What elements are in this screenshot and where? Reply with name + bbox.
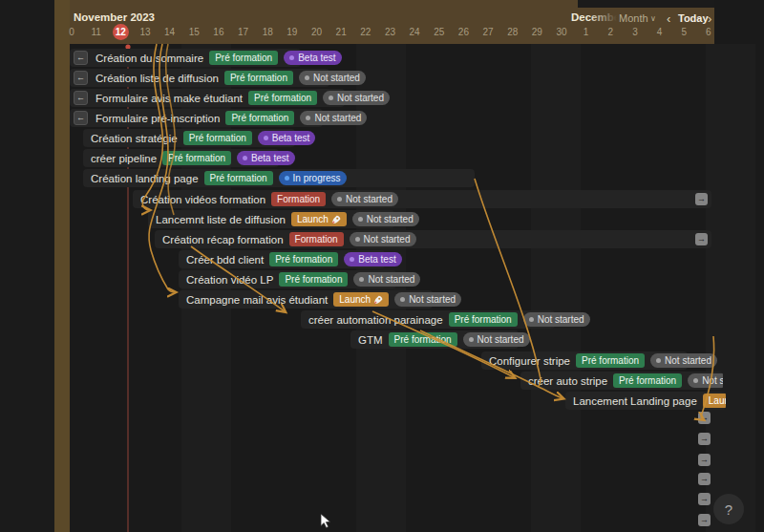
tag-pill: Pré formation: [209, 51, 278, 65]
status-dot-icon: [529, 317, 534, 322]
status-badge: Not started: [299, 71, 366, 85]
tag-pill: Launch: [291, 212, 347, 226]
timeline-view: November 2023 December Month ∨ ‹ Today ›…: [0, 0, 764, 532]
status-dot-icon: [358, 217, 363, 222]
status-dot-icon: [469, 337, 474, 342]
timeline-bar[interactable]: créer automation parainagePré formationN…: [301, 310, 555, 329]
status-dot-icon: [289, 55, 294, 60]
timeline-bar[interactable]: Création vidéo LPPré formationNot starte…: [179, 270, 396, 288]
timeline-bar[interactable]: GTMPré formationNot started: [350, 330, 519, 349]
timeline-bar[interactable]: créer pipelinePré formationBeta test: [83, 149, 279, 167]
timeline-bar[interactable]: ←Formulaire avis make étudiantPré format…: [70, 89, 345, 107]
status-badge: Not started: [394, 292, 461, 307]
tag-pill: Pré formation: [183, 131, 252, 145]
task-label: Configurer stripe: [489, 355, 570, 367]
task-label: Création du sommaire: [96, 53, 203, 64]
status-badge: Beta test: [258, 131, 315, 145]
task-label: Créer bdd client: [186, 254, 264, 266]
status-badge: Beta test: [284, 51, 341, 65]
scroll-left-icon[interactable]: ←: [74, 91, 88, 105]
status-badge: Not started: [650, 353, 717, 368]
task-label: Formulaire pré-inscription: [96, 113, 220, 124]
tag-pill: Pré formation: [162, 151, 231, 165]
tag-pill: Pré formation: [389, 332, 457, 347]
tag-pill: Pré formation: [225, 111, 294, 125]
status-dot-icon: [329, 96, 333, 100]
status-dot-icon: [305, 75, 309, 80]
task-label: Création stratégie: [91, 133, 178, 144]
overflow-arrow-button[interactable]: →: [698, 493, 711, 505]
status-badge: Not started: [352, 212, 419, 226]
task-label: Création liste de diffusion: [96, 73, 219, 84]
overflow-arrow-button[interactable]: →: [698, 412, 711, 424]
timeline-bar[interactable]: Création vidéos formationFormationNot st…: [133, 190, 711, 208]
mouse-cursor: [320, 513, 333, 530]
task-label: Lancemnt liste de diffusion: [156, 214, 286, 225]
timeline-bar[interactable]: Campagne mail avis étudiantLaunchNot sta…: [179, 290, 433, 309]
task-label: GTM: [358, 334, 383, 346]
scroll-left-icon[interactable]: ←: [74, 111, 88, 125]
tag-pill: Pré formation: [576, 353, 645, 368]
timeline-bar[interactable]: Création landing pagePré formationIn pro…: [83, 169, 475, 187]
task-label: Création vidéos formation: [140, 194, 265, 205]
task-label: créer automation parainage: [308, 314, 443, 326]
task-label: Création vidéo LP: [186, 274, 273, 286]
overflow-arrow-button[interactable]: →: [698, 433, 711, 445]
status-dot-icon: [337, 197, 342, 202]
status-dot-icon: [264, 136, 268, 140]
overflow-arrow-button[interactable]: →: [698, 473, 711, 485]
tag-pill: Formation: [289, 232, 344, 246]
status-dot-icon: [306, 116, 310, 120]
task-label: Création récap formation: [162, 234, 284, 245]
status-badge: Not started: [688, 373, 723, 388]
status-dot-icon: [656, 358, 661, 363]
task-label: Lancement Landing page: [573, 395, 697, 407]
status-dot-icon: [693, 378, 698, 383]
scroll-left-icon[interactable]: ←: [74, 71, 88, 85]
scroll-left-icon[interactable]: ←: [74, 51, 88, 65]
task-label: Campagne mail avis étudiant: [186, 294, 328, 306]
timeline-bar[interactable]: Création récap formationFormationNot sta…: [155, 230, 711, 248]
task-label: créer pipeline: [91, 153, 157, 164]
status-dot-icon: [355, 237, 360, 242]
tag-pill: Pré formation: [224, 71, 293, 85]
status-badge: Not started: [463, 332, 530, 347]
overflow-arrow-button[interactable]: →: [698, 514, 711, 526]
tag-pill: Pré formation: [269, 252, 338, 266]
timeline-bar[interactable]: ←Formulaire pré-inscriptionPré formation…: [70, 109, 323, 127]
help-button[interactable]: ?: [713, 494, 744, 524]
status-badge: Not started: [300, 111, 367, 125]
tag-pill: Pré formation: [449, 312, 518, 327]
status-dot-icon: [243, 156, 247, 160]
status-dot-icon: [285, 176, 289, 181]
status-badge: Not started: [523, 312, 590, 327]
tag-pill: Formation: [271, 192, 326, 206]
status-badge: Not started: [323, 91, 390, 105]
tag-pill: Pré formation: [248, 91, 317, 105]
open-arrow-icon[interactable]: →: [695, 233, 708, 245]
open-arrow-icon[interactable]: →: [695, 193, 708, 205]
timeline-bar[interactable]: ←Création liste de diffusionPré formatio…: [70, 69, 329, 87]
status-badge: Beta test: [344, 252, 401, 266]
rocket-icon: [373, 295, 383, 305]
timeline-bar[interactable]: ←Création du sommairePré formationBeta t…: [70, 49, 301, 67]
rocket-icon: [331, 215, 341, 224]
timeline-bar[interactable]: Lancement Landing pageLaunch: [565, 392, 726, 410]
task-label: Formulaire avis make étudiant: [96, 93, 243, 104]
tag-pill: Launch: [333, 292, 389, 307]
tag-pill: Launch: [703, 394, 726, 408]
status-badge: Not started: [350, 232, 416, 246]
status-badge: Not started: [353, 272, 420, 287]
timeline-bar[interactable]: Créer bdd clientPré formationBeta test: [179, 250, 385, 268]
timeline-bar[interactable]: Création stratégiePré formationBeta test: [83, 129, 295, 147]
timeline-bar[interactable]: créer auto stripePré formationNot starte…: [520, 372, 723, 390]
status-dot-icon: [400, 297, 405, 302]
tag-pill: Pré formation: [204, 171, 273, 185]
status-dot-icon: [359, 277, 364, 282]
tag-pill: Pré formation: [279, 272, 348, 287]
task-label: Création landing page: [91, 173, 199, 184]
timeline-bar[interactable]: Lancemnt liste de diffusionLaunchNot sta…: [148, 210, 394, 228]
task-label: créer auto stripe: [528, 375, 607, 387]
timeline-bar[interactable]: Configurer stripePré formationNot starte…: [481, 351, 688, 370]
overflow-arrow-button[interactable]: →: [698, 454, 711, 466]
